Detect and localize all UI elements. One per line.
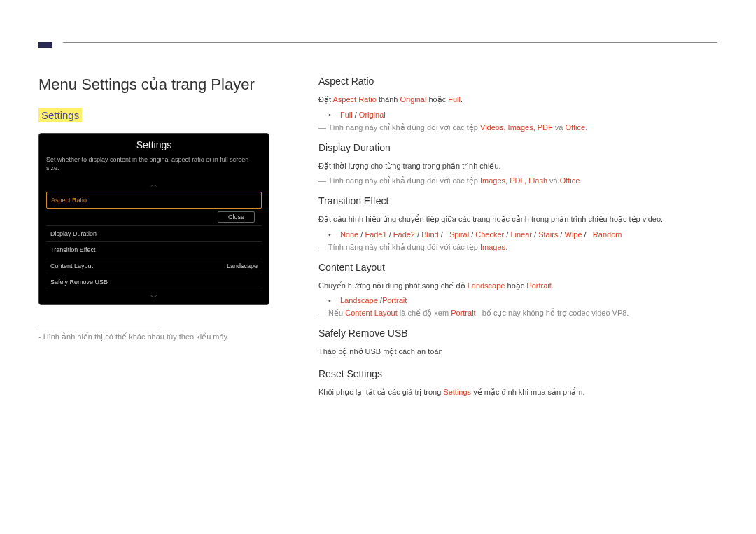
device-item-content-layout[interactable]: Content Layout Landscape: [46, 258, 262, 274]
close-button[interactable]: Close: [218, 211, 255, 223]
footnote-divider: [38, 325, 158, 325]
heading-safely-remove-usb: Safely Remove USB: [318, 328, 724, 339]
device-item-label: Transition Effect: [50, 246, 96, 253]
aspect-ratio-note: Tính năng này chỉ khả dụng đối với các t…: [318, 123, 724, 132]
aspect-ratio-desc: Đặt Aspect Ratio thành Original hoặc Ful…: [318, 94, 724, 106]
section-label-settings: Settings: [38, 108, 82, 122]
heading-display-duration: Display Duration: [318, 142, 724, 153]
aspect-ratio-options: Full / Original: [328, 111, 724, 119]
heading-content-layout: Content Layout: [318, 262, 724, 273]
device-mock-settings: Settings Set whether to display content …: [38, 133, 270, 305]
reset-settings-desc: Khôi phục lại tất cả các giá trị trong S…: [318, 386, 724, 399]
chevron-down-icon: ﹀: [39, 290, 269, 304]
display-duration-note: Tính năng này chỉ khả dụng đối với các t…: [318, 176, 724, 185]
device-item-transition-effect[interactable]: Transition Effect: [46, 242, 262, 258]
transition-effect-options: None / Fade1 / Fade2 / Blind / Spiral / …: [328, 230, 724, 239]
device-item-label: Aspect Ratio: [51, 197, 87, 204]
page-title: Menu Settings của trang Player: [38, 76, 276, 94]
content-layout-note: Nếu Content Layout là chế độ xem Portrai…: [318, 309, 724, 318]
device-title: Settings: [39, 134, 269, 153]
device-item-aspect-ratio[interactable]: Aspect Ratio: [46, 192, 262, 209]
footnote-text: - Hình ảnh hiển thị có thể khác nhau tùy…: [38, 332, 276, 342]
content-layout-options: Landscape /Portrait: [328, 296, 724, 304]
device-item-safely-remove-usb[interactable]: Safely Remove USB: [46, 274, 262, 290]
device-item-label: Content Layout: [50, 262, 93, 269]
chevron-up-icon: ︿: [39, 178, 269, 192]
header-divider: [63, 42, 718, 43]
device-item-label: Safely Remove USB: [50, 279, 108, 286]
header-accent: [38, 42, 52, 48]
transition-effect-note: Tính năng này chỉ khả dụng đối với các t…: [318, 243, 724, 252]
heading-reset-settings: Reset Settings: [318, 368, 724, 379]
content-layout-desc: Chuyển hướng nội dung phát sang chế độ L…: [318, 280, 724, 293]
device-item-label: Display Duration: [50, 230, 97, 237]
safely-remove-usb-desc: Tháo bộ nhớ USB một cách an toàn: [318, 346, 724, 358]
device-item-value: Landscape: [227, 262, 258, 269]
heading-aspect-ratio: Aspect Ratio: [318, 76, 724, 87]
transition-effect-desc: Đặt cấu hình hiệu ứng chuyển tiếp giữa c…: [318, 213, 724, 226]
display-duration-desc: Đặt thời lượng cho từng trang trong phần…: [318, 160, 724, 173]
device-item-display-duration[interactable]: Display Duration: [46, 226, 262, 242]
device-subtitle: Set whether to display content in the or…: [39, 153, 269, 178]
heading-transition-effect: Transition Effect: [318, 195, 724, 206]
